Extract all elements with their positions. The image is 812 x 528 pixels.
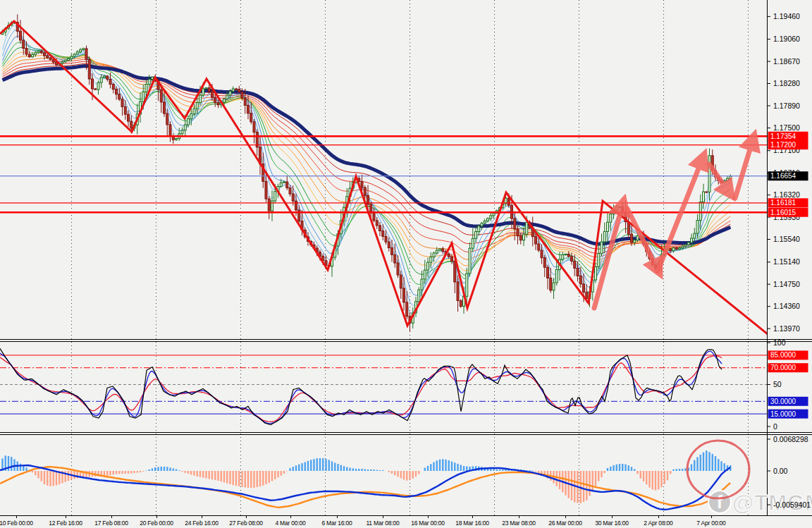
price-tick-label: 0.0068298 — [773, 435, 808, 443]
macd-histogram-bar-negative — [604, 471, 605, 473]
candle-bull — [555, 269, 558, 283]
candle-bull — [727, 178, 729, 180]
macd-histogram-bar-positive — [427, 466, 429, 471]
macd-histogram-bar-positive — [706, 450, 707, 471]
macd-histogram-bar-positive — [373, 469, 374, 471]
candle-bear — [388, 242, 390, 247]
macd-histogram-bar-negative — [636, 471, 638, 474]
macd-histogram-bar-negative — [47, 471, 48, 486]
candle-bull — [142, 92, 144, 102]
macd-histogram-bar-negative — [388, 471, 390, 472]
price-badge-label: 70.0000 — [770, 364, 796, 372]
macd-histogram-bar-positive — [694, 460, 695, 471]
macd-histogram-bar-positive — [715, 456, 716, 471]
macd-histogram-bar-positive — [700, 455, 701, 471]
candle-bull — [70, 56, 73, 59]
macd-histogram-bar-negative — [35, 471, 36, 475]
macd-histogram-bar-negative — [556, 471, 558, 486]
candle-bear — [109, 79, 111, 84]
candle-bear — [268, 199, 270, 211]
macd-histogram-bar-positive — [325, 459, 326, 471]
macd-histogram-bar-positive — [448, 460, 450, 471]
candle-bear — [541, 250, 543, 258]
candle-bear — [160, 90, 162, 102]
macd-histogram-bar-negative — [658, 471, 659, 489]
time-label: 2 Apr 08:00 — [644, 520, 673, 527]
macd-histogram-bar-positive — [379, 470, 381, 471]
candle-bear — [538, 244, 540, 250]
price-axis[interactable]: 1.194601.190601.186701.182801.178901.175… — [767, 12, 811, 509]
macd-histogram-bar-negative — [235, 471, 237, 486]
macd-histogram-bar-negative — [116, 471, 117, 474]
candle-bull — [35, 53, 37, 55]
candle-bull — [97, 82, 99, 90]
candle-bear — [379, 226, 381, 231]
candle-bear — [20, 31, 22, 40]
macd-histogram-bar-positive — [157, 467, 159, 471]
macd-histogram-bar-positive — [613, 465, 614, 471]
candle-bear — [295, 201, 297, 210]
price-tick-label: 1.19060 — [773, 35, 800, 43]
macd-panel[interactable] — [0, 450, 731, 510]
macd-histogram-bar-negative — [233, 471, 234, 485]
candle-bear — [130, 121, 133, 128]
candle-bear — [535, 237, 537, 244]
trading-chart[interactable]: f @TMGM 1.194601.190601.186701.182801.17… — [0, 0, 812, 528]
analyst-annotations — [594, 135, 754, 498]
candle-bear — [543, 258, 546, 268]
candle-bull — [475, 232, 477, 239]
candle-bull — [205, 88, 207, 89]
candle-bull — [145, 85, 147, 92]
rainbow-ma-line — [3, 61, 731, 253]
macd-histogram-bar-negative — [193, 471, 195, 476]
macd-histogram-bar-positive — [11, 457, 12, 471]
rainbow-ma-line — [3, 59, 731, 257]
macd-histogram-bar-positive — [176, 469, 177, 472]
macd-histogram-bar-negative — [271, 471, 273, 481]
macd-histogram-bar-negative — [643, 471, 644, 481]
candle-bull — [202, 89, 204, 95]
candle-bull — [280, 183, 282, 186]
macd-histogram-bar-negative — [226, 471, 228, 484]
candle-bull — [104, 76, 106, 78]
candle-bear — [400, 275, 402, 288]
candle-bear — [670, 249, 672, 251]
macd-histogram-bar-positive — [145, 471, 147, 472]
candle-bear — [244, 98, 246, 105]
macd-histogram-bar-positive — [703, 453, 704, 471]
price-tick-label: -0.0059401 — [773, 501, 811, 509]
macd-histogram-bar-negative — [140, 471, 141, 472]
candle-bull — [708, 156, 710, 192]
macd-histogram-bar-positive — [622, 464, 623, 471]
candle-bear — [40, 51, 42, 53]
oscillator-panel[interactable] — [0, 348, 767, 424]
macd-histogram-bar-negative — [415, 471, 417, 477]
price-badge-label: 1.17200 — [770, 141, 796, 149]
candle-bear — [586, 292, 588, 298]
price-tick-label: 0 — [773, 422, 777, 431]
price-tick-label: 1.16320 — [773, 190, 800, 199]
price-panel[interactable] — [0, 14, 786, 349]
time-axis[interactable]: 10 Feb 00:0012 Feb 16:0017 Feb 08:0020 F… — [0, 515, 726, 527]
macd-histogram-bar-negative — [535, 471, 536, 472]
macd-histogram-bar-negative — [667, 471, 668, 480]
time-label: 23 Mar 08:00 — [502, 520, 536, 527]
candle-bull — [490, 216, 492, 219]
price-badge-label: 85.0000 — [770, 351, 796, 359]
candle-bull — [82, 49, 85, 50]
candle-bull — [469, 248, 471, 274]
candle-bear — [373, 213, 375, 221]
candle-bear — [391, 248, 393, 255]
macd-histogram-bar-negative — [259, 471, 261, 486]
price-tick-label: 1.14360 — [773, 302, 800, 310]
macd-histogram-bar-negative — [601, 471, 602, 477]
candle-bull — [684, 245, 687, 246]
time-label: 20 Feb 00:00 — [140, 520, 173, 527]
price-tick-label: 1.19460 — [773, 12, 800, 20]
macd-histogram-bar-negative — [406, 471, 407, 481]
macd-histogram-bar-negative — [241, 471, 242, 487]
macd-histogram-bar-positive — [625, 465, 626, 471]
candle-bull — [694, 233, 696, 238]
macd-histogram-bar-positive — [634, 469, 635, 471]
candle-bear — [286, 182, 288, 188]
